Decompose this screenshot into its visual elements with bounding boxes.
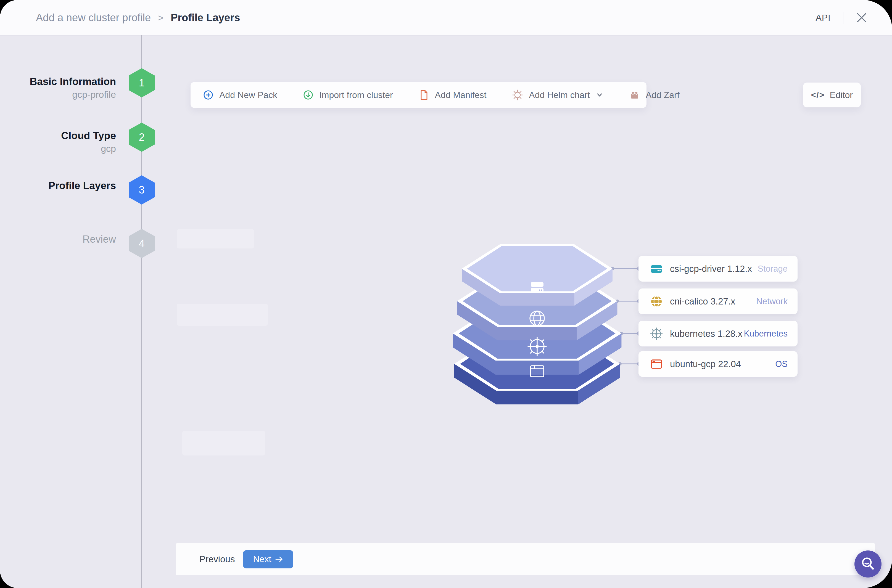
step-indicator-1[interactable]: 1	[129, 68, 155, 98]
background-watermark	[182, 430, 265, 456]
toolbar-item-label: Add New Pack	[219, 90, 277, 100]
step-rail-line	[141, 35, 142, 588]
arrow-down-circle-icon	[303, 90, 314, 100]
step-number: 1	[139, 77, 144, 89]
add-helm-chart-button[interactable]: Add Helm chart	[512, 89, 604, 101]
pack-toolbar: Add New Pack Import from cluster Add Hel…	[191, 82, 646, 108]
step-indicator-3[interactable]: 3	[129, 175, 155, 204]
breadcrumb-parent[interactable]: Add a new cluster profile	[36, 12, 151, 24]
pack-card-kubernetes[interactable]: kubernetes 1.28.x Kubernetes	[638, 321, 797, 346]
api-button[interactable]: API	[815, 13, 831, 23]
add-manifest-button[interactable]: Add Helm chart Add Manifest	[418, 90, 487, 100]
pack-category: OS	[775, 359, 788, 369]
add-new-pack-button[interactable]: Add New Pack	[203, 90, 277, 100]
step-basic-information: Basic Information gcp-profile	[25, 76, 116, 100]
pack-name: kubernetes 1.28.x	[670, 328, 744, 339]
breadcrumb-separator: >	[158, 12, 164, 23]
next-button-label: Next	[253, 554, 271, 564]
header-actions: API	[815, 0, 868, 35]
search-help-fab[interactable]	[854, 550, 881, 578]
wizard-footer: Previous Next	[176, 543, 875, 575]
pack-card-storage[interactable]: csi-gcp-driver 1.12.x Storage	[638, 256, 797, 282]
profile-layer-stack	[450, 242, 643, 407]
step-label: Profile Layers	[25, 180, 116, 192]
storage-drive-icon	[650, 262, 663, 275]
import-from-cluster-button[interactable]: Import from cluster	[303, 90, 393, 100]
step-profile-layers: Profile Layers	[25, 180, 116, 192]
editor-button[interactable]: </> Editor	[803, 82, 861, 107]
header: Add a new cluster profile > Profile Laye…	[0, 0, 892, 36]
toolbar-item-label: Add Zarf	[646, 90, 680, 100]
magnifier-smile-icon	[860, 556, 876, 572]
close-button[interactable]	[856, 12, 868, 24]
step-cloud-type: Cloud Type gcp	[25, 130, 116, 154]
code-icon: </>	[811, 90, 824, 100]
pack-name: cni-calico 3.27.x	[670, 296, 756, 307]
step-number: 3	[139, 184, 144, 196]
arrow-right-icon	[275, 556, 283, 562]
pack-category: Network	[756, 297, 788, 306]
step-indicator-4[interactable]: 4	[129, 229, 155, 258]
pack-name: csi-gcp-driver 1.12.x	[670, 264, 757, 274]
page-title: Profile Layers	[171, 12, 240, 24]
pack-card-os[interactable]: ubuntu-gcp 22.04 OS	[638, 351, 797, 377]
plus-circle-icon	[203, 90, 214, 100]
toolbar-item-label: Import from cluster	[319, 90, 393, 100]
add-zarf-button[interactable]: Add Zarf	[629, 90, 680, 100]
zarf-package-icon	[629, 90, 640, 100]
globe-icon	[650, 295, 663, 308]
pack-name: ubuntu-gcp 22.04	[670, 359, 775, 369]
toolbar-item-label: Add Helm chart	[529, 90, 590, 100]
breadcrumb: Add a new cluster profile > Profile Laye…	[36, 12, 240, 24]
os-window-icon	[650, 358, 663, 370]
step-indicator-2[interactable]: 2	[129, 123, 155, 152]
chevron-down-icon	[595, 91, 604, 99]
step-review: Review	[25, 233, 116, 245]
background-watermark	[177, 304, 268, 326]
close-icon	[856, 12, 867, 23]
pack-category: Storage	[757, 264, 788, 274]
step-label: Review	[25, 233, 116, 245]
step-label: Basic Information	[25, 76, 116, 88]
cluster-profile-wizard-window: Add a new cluster profile > Profile Laye…	[0, 0, 892, 588]
previous-button[interactable]: Previous	[200, 554, 235, 564]
next-button[interactable]: Next	[243, 550, 293, 568]
editor-button-label: Editor	[830, 90, 853, 100]
step-sublabel: gcp	[25, 142, 116, 154]
pack-category: Kubernetes	[744, 329, 788, 339]
kubernetes-wheel-icon	[650, 327, 663, 340]
layer-connectors	[611, 266, 642, 366]
kubernetes-wheel-icon	[528, 338, 546, 356]
helm-wheel-icon	[512, 89, 523, 101]
toolbar-item-label: Add Manifest	[435, 90, 487, 100]
step-sublabel: gcp-profile	[25, 88, 116, 100]
manifest-file-icon	[418, 90, 429, 100]
step-number: 2	[139, 131, 144, 143]
background-watermark	[177, 229, 254, 249]
step-number: 4	[139, 238, 144, 249]
step-label: Cloud Type	[25, 130, 116, 142]
pack-card-network[interactable]: cni-calico 3.27.x Network	[638, 288, 797, 314]
header-divider	[843, 12, 843, 24]
